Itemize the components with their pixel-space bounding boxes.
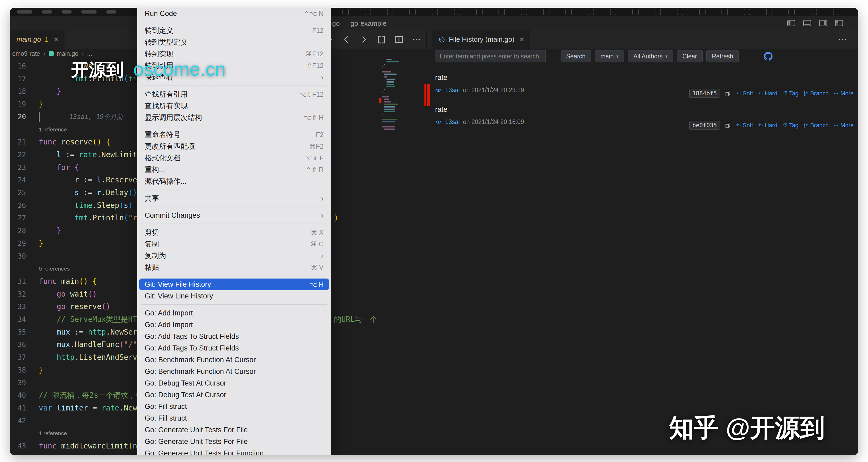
commit-author[interactable]: 13sai (445, 118, 460, 126)
branch-dropdown[interactable]: main ▾ (595, 50, 624, 62)
breadcrumb-folder[interactable]: emo9-rate (12, 50, 40, 57)
minimap[interactable] (382, 59, 424, 218)
menu-item[interactable]: 格式化文档⌥⇧ F (140, 152, 329, 164)
menu-item[interactable]: Go: Debug Test At Cursor (140, 389, 329, 401)
hard-button[interactable]: Hard (758, 122, 777, 129)
tab-file-history[interactable]: File History (main.go) × (432, 30, 530, 49)
toggle-secondary-sidebar-icon[interactable] (818, 19, 828, 28)
menu-item-shortcut: ⌘ X (311, 228, 323, 236)
action-label: Branch (810, 122, 829, 129)
menu-item-label: Go: Generate Unit Tests For Function (145, 449, 323, 455)
menu-item[interactable]: 共享› (140, 192, 329, 204)
tab-problems-badge: 1 (45, 35, 49, 43)
menu-item[interactable]: Go: Add Import (140, 319, 329, 331)
breadcrumb-file[interactable]: main.go (57, 50, 79, 57)
menu-item[interactable]: 剪切⌘ X (140, 226, 329, 238)
code-token (39, 176, 74, 184)
refresh-button[interactable]: Refresh (706, 50, 739, 62)
github-icon[interactable] (763, 51, 773, 61)
code-token (52, 404, 57, 412)
menu-item[interactable]: Go: Fill struct (140, 401, 329, 412)
toggle-primary-sidebar-icon[interactable] (787, 19, 796, 28)
git-blame-annotation: 13sai, 19个月前 (69, 111, 123, 123)
open-changes-icon[interactable] (377, 35, 386, 44)
menu-item-shortcut: ⌘F2 (309, 143, 323, 150)
menu-item[interactable]: 源代码操作... (140, 176, 329, 187)
menu-item[interactable]: Go: Debug Test At Cursor (140, 377, 329, 389)
codelens[interactable]: 0 references (39, 262, 70, 275)
clear-button[interactable]: Clear (677, 50, 703, 62)
menu-item[interactable]: 查找所有引用⌥⇧F12 (140, 88, 329, 100)
commit-author[interactable]: 13sai (445, 87, 460, 94)
menu-item[interactable]: Go: Generate Unit Tests For File (140, 436, 329, 448)
menu-item[interactable]: Go: Fill struct (140, 412, 329, 424)
more-button[interactable]: More (834, 122, 854, 129)
menu-item[interactable]: Git: View File History⌥ H (140, 279, 329, 290)
more-button[interactable]: More (834, 90, 854, 97)
menu-item[interactable]: 重命名符号F2 (140, 129, 329, 141)
menu-item[interactable]: Go: Benchmark Function At Cursor (140, 366, 329, 377)
line-number: 25 (10, 186, 26, 199)
nav-forward-icon[interactable] (360, 35, 368, 44)
breadcrumb-symbol[interactable]: ... (87, 50, 92, 57)
code-token: Reserve (106, 176, 137, 184)
commit-hash[interactable]: be0f035 (689, 121, 720, 130)
minimap-line (382, 119, 397, 120)
code-token: for (57, 163, 70, 172)
code-token: s (124, 201, 128, 210)
tab-main-go[interactable]: main.go 1 × (10, 30, 64, 49)
branch-button[interactable]: Branch (803, 90, 829, 97)
menu-item[interactable]: Go: Generate Unit Tests For Function (140, 448, 329, 455)
menu-item[interactable]: Commit Changes› (140, 210, 329, 221)
more-actions-icon[interactable] (412, 35, 421, 44)
menu-item[interactable]: Go: Add Tags To Struct Fields (140, 331, 329, 342)
authors-dropdown[interactable]: All Authors ▾ (628, 50, 673, 62)
menu-item[interactable]: 转到定义F12 (140, 25, 329, 36)
branch-button[interactable]: Branch (803, 122, 829, 129)
status-icon (476, 9, 483, 15)
commit-entry[interactable]: rate13saion 2021/1/24 20:23:191884bf5Sof… (427, 70, 858, 102)
tag-button[interactable]: Tag (782, 90, 799, 97)
toggle-panel-icon[interactable] (803, 19, 812, 28)
nav-back-icon[interactable] (342, 35, 351, 44)
hard-button[interactable]: Hard (758, 90, 777, 97)
codelens[interactable]: 1 reference (39, 427, 67, 440)
commit-hash[interactable]: 1884bf5 (689, 89, 720, 98)
code-token (88, 277, 92, 286)
menu-item[interactable]: Run Code⌃⌥ N (140, 8, 329, 20)
menu-separator (142, 304, 327, 305)
search-button[interactable]: Search (561, 50, 591, 62)
menu-item[interactable]: Git: View Line History (140, 290, 329, 302)
menu-item[interactable]: 更改所有匹配项⌘F2 (140, 141, 329, 152)
menu-item[interactable]: 重构...⌃⇧ R (140, 164, 329, 176)
menu-item-label: Go: Benchmark Function At Cursor (145, 356, 323, 364)
menu-item[interactable]: Go: Generate Unit Tests For File (140, 424, 329, 436)
menu-item-label: Go: Add Import (145, 321, 323, 329)
commit-entry[interactable]: rate13saion 2021/1/24 20:16:09be0f035Sof… (427, 102, 858, 133)
menu-item[interactable]: 复制⌘ C (140, 238, 329, 250)
tag-button[interactable]: Tag (782, 122, 799, 129)
close-icon[interactable]: × (54, 35, 58, 44)
menu-item[interactable]: 粘贴⌘ V (140, 261, 329, 273)
customize-layout-icon[interactable] (835, 19, 844, 28)
menu-item[interactable]: 显示调用层次结构⌥⇧ H (140, 112, 329, 123)
menu-item[interactable]: Go: Add Tags To Struct Fields (140, 342, 329, 354)
copy-hash-icon[interactable] (725, 122, 731, 128)
close-icon[interactable]: × (520, 35, 524, 44)
codelens[interactable]: 1 reference (39, 123, 67, 136)
search-input[interactable]: Enter term and press enter to search (435, 50, 546, 62)
line-number: 44 (10, 453, 26, 455)
code-text: time.Sleep(s) (39, 199, 133, 212)
menu-item[interactable]: 查找所有实现 (140, 100, 329, 112)
minimap-line (384, 109, 395, 110)
menu-item[interactable]: Go: Benchmark Function At Cursor (140, 354, 329, 366)
more-actions-icon[interactable]: ⋯ (838, 34, 847, 44)
soft-button[interactable]: Soft (736, 122, 753, 129)
split-editor-icon[interactable] (395, 35, 403, 44)
menu-item[interactable]: Go: Add Import (140, 307, 329, 319)
status-icon (543, 9, 550, 15)
menu-item[interactable]: 复制为› (140, 250, 329, 261)
copy-hash-icon[interactable] (725, 90, 731, 97)
menu-item[interactable]: 转到类型定义 (140, 36, 329, 48)
soft-button[interactable]: Soft (736, 90, 753, 97)
